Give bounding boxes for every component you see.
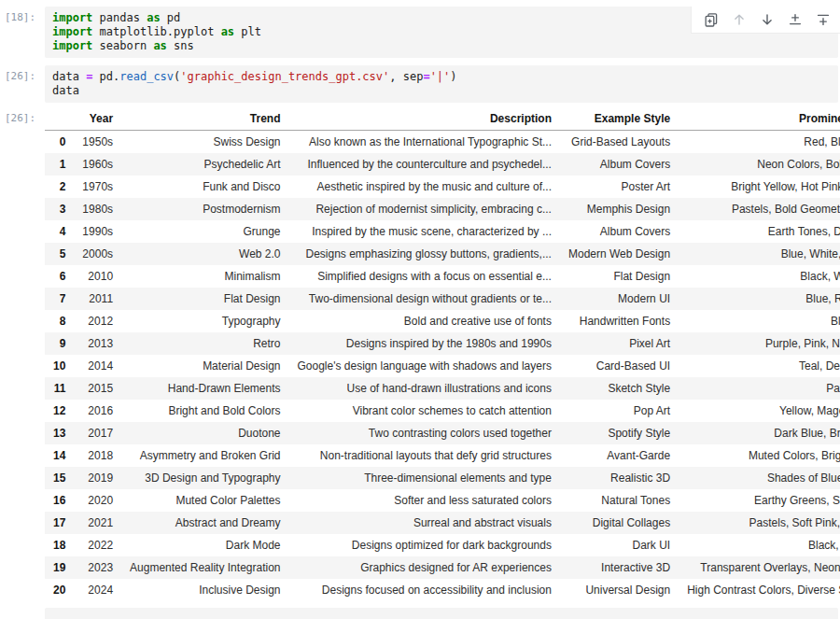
execution-count-prompt: [26]: [0,65,45,82]
table-cell: Abstract and Dreamy [121,512,288,534]
table-cell: Pastels, Bold Geometric Shapes [679,198,840,220]
table-cell: 2019 [74,467,121,489]
table-cell: Purple, Pink, Neon Green [679,332,840,355]
table-cell: Modern UI [560,288,679,310]
table-cell: Poster Art [560,176,679,198]
row-index: 9 [45,332,74,355]
table-cell: Aesthetic inspired by the music and cult… [289,176,560,198]
table-cell: 1950s [74,131,121,154]
table-cell: Pastels, Soft Pink, Light Blue [679,512,840,534]
table-row: 11960sPsychedelic ArtInfluenced by the c… [45,153,840,176]
row-index: 12 [45,400,74,422]
execution-count-prompt: [18]: [0,7,45,23]
insert-cell-below-icon[interactable] [815,12,831,28]
table-cell: Modern Web Design [560,243,679,265]
table-cell: Blue, White, Gradients [679,243,840,265]
output-prompt: [26]: [0,107,45,124]
table-cell: Designs emphasizing glossy buttons, grad… [289,243,560,265]
column-header-index [45,107,74,131]
table-cell: Use of hand-drawn illustrations and icon… [289,377,560,400]
duplicate-cell-icon[interactable] [703,12,719,28]
table-cell: Black, White [679,310,840,332]
table-cell: Web 2.0 [121,243,288,265]
table-cell: Muted Colors, Bright Accents [679,444,840,467]
table-cell: Shades of Blue, Metallics [679,467,840,489]
table-cell: Dark Blue, Bright Green [679,422,840,444]
table-cell: Flat Design [560,265,679,288]
table-cell: Inspired by the music scene, characteriz… [289,220,560,243]
row-index: 8 [45,310,74,332]
table-cell: Funk and Disco [121,176,288,198]
table-cell: Also known as the International Typograp… [289,131,560,154]
code-editor[interactable]: data = pd.read_csv('graphic_design_trend… [45,65,838,103]
table-cell: Spotify Style [560,422,679,444]
table-cell: 2010 [74,265,121,288]
table-cell: Inclusive Design [121,579,288,601]
insert-cell-above-icon[interactable] [787,12,803,28]
table-cell: Two contrasting colors used together [289,422,560,444]
column-header-description: Description [289,107,560,131]
table-cell: Typography [121,310,288,332]
move-cell-down-icon[interactable] [759,12,775,28]
table-row: 52000sWeb 2.0Designs emphasizing glossy … [45,243,840,265]
table-cell: 2020 [74,489,121,512]
table-cell: Designs optimized for dark backgrounds [289,534,560,556]
table-cell: Bold and creative use of fonts [289,310,560,332]
table-cell: Graphics designed for AR experiences [289,556,560,579]
table-cell: Google's design language with shadows an… [289,355,560,377]
table-cell: 2023 [74,556,121,579]
row-index: 3 [45,198,74,220]
table-cell: Asymmetry and Broken Grid [121,444,288,467]
table-cell: Memphis Design [560,198,679,220]
table-row: 01950sSwiss DesignAlso known as the Inte… [45,131,840,154]
table-cell: 2021 [74,512,121,534]
jupyter-notebook: { "colors": { "cell_background": "#f4f4f… [0,0,840,619]
column-header-example-style: Example Style [560,107,679,131]
table-row: 21970sFunk and DiscoAesthetic inspired b… [45,176,840,198]
table-cell: Handwritten Fonts [560,310,679,332]
table-cell: Grunge [121,220,288,243]
table-cell: Red, Black, White [679,131,840,154]
prompt-gutter: [26]: [0,65,45,103]
row-index: 14 [45,444,74,467]
table-cell: Dark UI [560,534,679,556]
table-cell: 1990s [74,220,121,243]
table-cell: Hand-Drawn Elements [121,377,288,400]
table-cell: 2011 [74,288,121,310]
table-cell: Card-Based UI [560,355,679,377]
table-cell: 2013 [74,332,121,355]
table-cell: 1970s [74,176,121,198]
row-index: 5 [45,243,74,265]
code-cell-read-csv: [26]: data = pd.read_csv('graphic_design… [0,65,838,103]
table-cell: 3D Design and Typography [121,467,288,489]
table-cell: Black, Dark Gray [679,534,840,556]
code-line: data = pd.read_csv('graphic_design_trend… [52,70,831,84]
table-cell: Album Covers [560,153,679,176]
row-index: 16 [45,489,74,512]
table-row: 72011Flat DesignTwo-dimensional design w… [45,288,840,310]
empty-code-cell[interactable] [45,608,838,619]
code-line: data [52,84,831,98]
table-row: 1520193D Design and TypographyThree-dime… [45,467,840,489]
table-cell: Bright Yellow, Hot Pink, Metallics [679,176,840,198]
table-row: 142018Asymmetry and Broken GridNon-tradi… [45,444,840,467]
table-cell: Teal, Deep Orange [679,355,840,377]
table-cell: Swiss Design [121,131,288,154]
table-cell: Minimalism [121,265,288,288]
table-row: 182022Dark ModeDesigns optimized for dar… [45,534,840,556]
table-cell: 2015 [74,377,121,400]
move-cell-up-icon[interactable] [731,12,747,28]
row-index: 17 [45,512,74,534]
table-cell: Muted Color Palettes [121,489,288,512]
table-cell: Two-dimensional design without gradients… [289,288,560,310]
column-header-trend: Trend [121,107,288,131]
row-index: 2 [45,176,74,198]
row-index: 7 [45,288,74,310]
table-row: 192023Augmented Reality IntegrationGraph… [45,556,840,579]
prompt-gutter: [18]: [0,7,45,58]
table-header-row: YearTrendDescriptionExample StylePromine… [45,107,840,131]
table-cell: 2012 [74,310,121,332]
code-line: import seaborn as sns [52,39,831,53]
table-cell: Pastel Colors [679,377,840,400]
table-cell: 2000s [74,243,121,265]
